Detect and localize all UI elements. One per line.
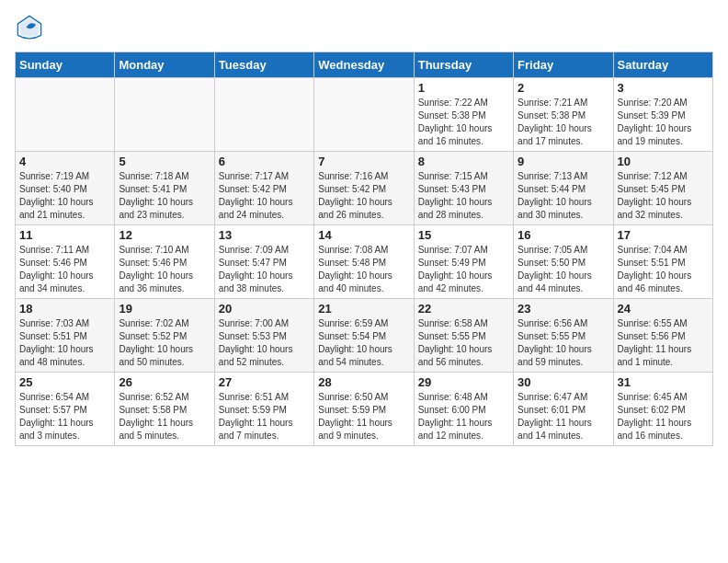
day-number: 31	[618, 375, 709, 389]
day-info: Sunrise: 6:51 AM Sunset: 5:59 PM Dayligh…	[219, 391, 310, 442]
day-number: 25	[19, 375, 110, 389]
calendar-cell: 6Sunrise: 7:17 AM Sunset: 5:42 PM Daylig…	[214, 152, 313, 225]
day-number: 29	[418, 375, 509, 389]
calendar-week-row: 11Sunrise: 7:11 AM Sunset: 5:46 PM Dayli…	[16, 225, 713, 299]
calendar-cell: 2Sunrise: 7:21 AM Sunset: 5:38 PM Daylig…	[514, 78, 613, 152]
calendar-cell: 15Sunrise: 7:07 AM Sunset: 5:49 PM Dayli…	[414, 225, 513, 299]
day-info: Sunrise: 6:45 AM Sunset: 6:02 PM Dayligh…	[618, 391, 709, 442]
day-number: 10	[618, 155, 709, 168]
day-info: Sunrise: 7:08 AM Sunset: 5:48 PM Dayligh…	[318, 244, 409, 295]
page-header	[15, 15, 713, 44]
calendar-day-header: Sunday	[16, 52, 115, 78]
calendar-cell: 12Sunrise: 7:10 AM Sunset: 5:46 PM Dayli…	[115, 225, 214, 299]
day-info: Sunrise: 7:20 AM Sunset: 5:39 PM Dayligh…	[618, 97, 709, 148]
calendar-cell: 30Sunrise: 6:47 AM Sunset: 6:01 PM Dayli…	[514, 373, 613, 446]
calendar-cell	[115, 78, 214, 152]
day-info: Sunrise: 7:10 AM Sunset: 5:46 PM Dayligh…	[119, 244, 210, 295]
logo	[15, 15, 42, 44]
day-number: 3	[618, 81, 709, 95]
day-number: 5	[119, 155, 210, 168]
calendar-cell: 24Sunrise: 6:55 AM Sunset: 5:56 PM Dayli…	[613, 299, 712, 373]
day-info: Sunrise: 7:13 AM Sunset: 5:44 PM Dayligh…	[518, 170, 609, 222]
day-number: 4	[19, 155, 110, 168]
day-info: Sunrise: 7:21 AM Sunset: 5:38 PM Dayligh…	[518, 97, 609, 148]
day-number: 1	[418, 81, 509, 95]
calendar-cell: 29Sunrise: 6:48 AM Sunset: 6:00 PM Dayli…	[414, 373, 513, 446]
calendar-cell: 22Sunrise: 6:58 AM Sunset: 5:55 PM Dayli…	[414, 299, 513, 373]
calendar-day-header: Wednesday	[314, 52, 414, 78]
day-number: 9	[518, 155, 609, 168]
calendar-week-row: 25Sunrise: 6:54 AM Sunset: 5:57 PM Dayli…	[16, 373, 713, 446]
calendar-day-header: Friday	[514, 52, 613, 78]
day-number: 19	[119, 302, 210, 316]
calendar-cell: 19Sunrise: 7:02 AM Sunset: 5:52 PM Dayli…	[115, 299, 214, 373]
day-info: Sunrise: 6:50 AM Sunset: 5:59 PM Dayligh…	[318, 391, 409, 442]
day-number: 8	[418, 155, 509, 168]
day-info: Sunrise: 7:17 AM Sunset: 5:42 PM Dayligh…	[219, 170, 310, 222]
day-info: Sunrise: 6:55 AM Sunset: 5:56 PM Dayligh…	[618, 317, 709, 369]
day-number: 6	[219, 155, 310, 168]
calendar-day-header: Thursday	[414, 52, 513, 78]
calendar-cell: 18Sunrise: 7:03 AM Sunset: 5:51 PM Dayli…	[16, 299, 115, 373]
calendar-cell: 13Sunrise: 7:09 AM Sunset: 5:47 PM Dayli…	[214, 225, 313, 299]
calendar-week-row: 1Sunrise: 7:22 AM Sunset: 5:38 PM Daylig…	[16, 78, 713, 152]
day-info: Sunrise: 7:11 AM Sunset: 5:46 PM Dayligh…	[19, 244, 110, 295]
day-number: 20	[219, 302, 310, 316]
calendar-cell: 4Sunrise: 7:19 AM Sunset: 5:40 PM Daylig…	[16, 152, 115, 225]
calendar-cell: 5Sunrise: 7:18 AM Sunset: 5:41 PM Daylig…	[115, 152, 214, 225]
day-number: 26	[119, 375, 210, 389]
calendar-day-header: Saturday	[613, 52, 712, 78]
calendar-cell: 16Sunrise: 7:05 AM Sunset: 5:50 PM Dayli…	[514, 225, 613, 299]
calendar-cell	[314, 78, 414, 152]
calendar-cell	[214, 78, 313, 152]
day-info: Sunrise: 7:07 AM Sunset: 5:49 PM Dayligh…	[418, 244, 509, 295]
calendar-cell: 21Sunrise: 6:59 AM Sunset: 5:54 PM Dayli…	[314, 299, 414, 373]
day-info: Sunrise: 6:56 AM Sunset: 5:55 PM Dayligh…	[518, 317, 609, 369]
day-number: 28	[318, 375, 409, 389]
day-number: 15	[418, 228, 509, 242]
day-info: Sunrise: 6:48 AM Sunset: 6:00 PM Dayligh…	[418, 391, 509, 442]
day-number: 27	[219, 375, 310, 389]
calendar-cell	[16, 78, 115, 152]
calendar-cell: 27Sunrise: 6:51 AM Sunset: 5:59 PM Dayli…	[214, 373, 313, 446]
day-info: Sunrise: 7:05 AM Sunset: 5:50 PM Dayligh…	[518, 244, 609, 295]
calendar-cell: 14Sunrise: 7:08 AM Sunset: 5:48 PM Dayli…	[314, 225, 414, 299]
day-info: Sunrise: 7:04 AM Sunset: 5:51 PM Dayligh…	[618, 244, 709, 295]
day-info: Sunrise: 6:47 AM Sunset: 6:01 PM Dayligh…	[518, 391, 609, 442]
calendar-cell: 1Sunrise: 7:22 AM Sunset: 5:38 PM Daylig…	[414, 78, 513, 152]
calendar-cell: 31Sunrise: 6:45 AM Sunset: 6:02 PM Dayli…	[613, 373, 712, 446]
day-info: Sunrise: 7:03 AM Sunset: 5:51 PM Dayligh…	[19, 317, 110, 369]
calendar-table: SundayMondayTuesdayWednesdayThursdayFrid…	[15, 52, 713, 446]
day-info: Sunrise: 7:15 AM Sunset: 5:43 PM Dayligh…	[418, 170, 509, 222]
calendar-cell: 3Sunrise: 7:20 AM Sunset: 5:39 PM Daylig…	[613, 78, 712, 152]
calendar-cell: 28Sunrise: 6:50 AM Sunset: 5:59 PM Dayli…	[314, 373, 414, 446]
calendar-cell: 11Sunrise: 7:11 AM Sunset: 5:46 PM Dayli…	[16, 225, 115, 299]
day-number: 12	[119, 228, 210, 242]
day-info: Sunrise: 7:16 AM Sunset: 5:42 PM Dayligh…	[318, 170, 409, 222]
day-number: 11	[19, 228, 110, 242]
day-number: 24	[618, 302, 709, 316]
calendar-cell: 25Sunrise: 6:54 AM Sunset: 5:57 PM Dayli…	[16, 373, 115, 446]
day-info: Sunrise: 7:12 AM Sunset: 5:45 PM Dayligh…	[618, 170, 709, 222]
day-number: 23	[518, 302, 609, 316]
logo-icon	[17, 15, 42, 40]
calendar-week-row: 18Sunrise: 7:03 AM Sunset: 5:51 PM Dayli…	[16, 299, 713, 373]
day-info: Sunrise: 6:54 AM Sunset: 5:57 PM Dayligh…	[19, 391, 110, 442]
calendar-day-header: Monday	[115, 52, 214, 78]
day-number: 30	[518, 375, 609, 389]
day-number: 17	[618, 228, 709, 242]
calendar-week-row: 4Sunrise: 7:19 AM Sunset: 5:40 PM Daylig…	[16, 152, 713, 225]
calendar-cell: 17Sunrise: 7:04 AM Sunset: 5:51 PM Dayli…	[613, 225, 712, 299]
day-number: 13	[219, 228, 310, 242]
day-number: 18	[19, 302, 110, 316]
day-info: Sunrise: 7:09 AM Sunset: 5:47 PM Dayligh…	[219, 244, 310, 295]
day-info: Sunrise: 6:58 AM Sunset: 5:55 PM Dayligh…	[418, 317, 509, 369]
day-number: 21	[318, 302, 409, 316]
day-info: Sunrise: 7:00 AM Sunset: 5:53 PM Dayligh…	[219, 317, 310, 369]
day-info: Sunrise: 7:19 AM Sunset: 5:40 PM Dayligh…	[19, 170, 110, 222]
calendar-cell: 7Sunrise: 7:16 AM Sunset: 5:42 PM Daylig…	[314, 152, 414, 225]
calendar-day-header: Tuesday	[214, 52, 313, 78]
calendar-cell: 8Sunrise: 7:15 AM Sunset: 5:43 PM Daylig…	[414, 152, 513, 225]
day-number: 22	[418, 302, 509, 316]
calendar-cell: 9Sunrise: 7:13 AM Sunset: 5:44 PM Daylig…	[514, 152, 613, 225]
